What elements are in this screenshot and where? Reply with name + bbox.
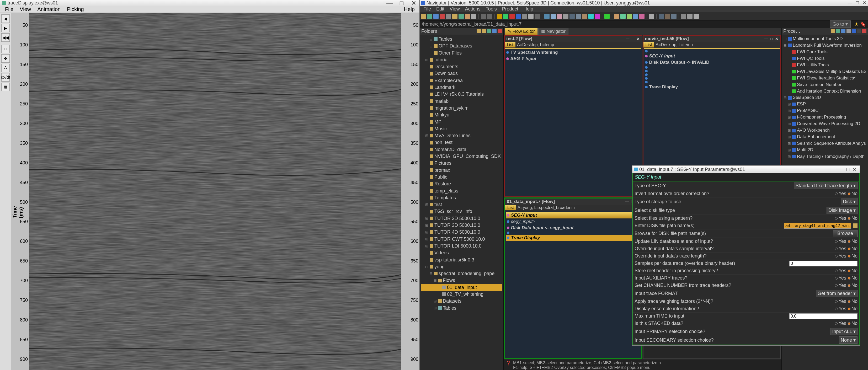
radio-yes[interactable]: Yes	[835, 191, 846, 196]
flow-item[interactable]	[644, 80, 780, 84]
toolbar-icon-36[interactable]	[633, 13, 638, 19]
radio-no[interactable]: No	[848, 239, 858, 244]
toolbar-icon-4[interactable]	[446, 13, 451, 19]
toolbar-icon-0[interactable]	[421, 13, 426, 19]
folder-item[interactable]: noh_test	[421, 139, 502, 146]
folder-item[interactable]: Pictures	[421, 160, 502, 166]
menu-product[interactable]: Product	[499, 6, 521, 12]
close-icon[interactable]: ✕	[636, 37, 640, 41]
process-item[interactable]: FWI JavaSeis Multiple Datasets Ex	[783, 68, 867, 75]
folder-item[interactable]: ⊞TUTOR 3D 5000.10.0	[421, 222, 502, 229]
proc-maximize-icon[interactable]	[857, 29, 861, 33]
flow-item[interactable]	[644, 76, 780, 80]
folder-item[interactable]: 01_data_input	[421, 284, 502, 291]
radio-no[interactable]: No	[848, 306, 858, 311]
process-item[interactable]: ⊞Data Enhancement	[783, 134, 867, 140]
process-item[interactable]: FWI Utility Tools	[783, 62, 867, 68]
folder-item[interactable]: MP	[421, 119, 502, 125]
toolbar-icon-5[interactable]	[452, 13, 458, 19]
radio-yes[interactable]: Yes	[835, 306, 846, 311]
radio-no[interactable]: No	[848, 246, 858, 251]
list-tab[interactable]: List	[505, 42, 516, 48]
flow-item[interactable]: SEG-Y Input	[505, 56, 641, 62]
flow-item[interactable]: Disk Data Output -> INVALID	[644, 59, 780, 66]
toolbar-icon-24[interactable]	[563, 13, 568, 19]
open-folder-icon[interactable]	[477, 29, 481, 33]
maximize-icon[interactable]: □	[769, 37, 774, 41]
toolbar-icon-13[interactable]	[497, 13, 502, 19]
folder-item[interactable]: Videos	[421, 249, 502, 256]
proc-close-icon[interactable]	[862, 29, 866, 33]
process-item[interactable]: FWI QC Tools	[783, 55, 867, 62]
param-select[interactable]: Disk ▾	[841, 198, 858, 205]
folder-tree[interactable]: ⊞Tables⊞OPF Databases⊞Other Files⊞tutori…	[420, 35, 503, 370]
flow-item[interactable]: Trace Display	[644, 84, 780, 90]
toolbar-icon-28[interactable]	[588, 13, 594, 19]
process-item[interactable]: FWI Show Iteration Statistics*	[783, 75, 867, 82]
select-icon[interactable]: □	[1, 45, 10, 53]
radio-yes[interactable]: Yes	[835, 253, 846, 259]
process-item[interactable]: Add Iteration Context Dimension	[783, 88, 867, 95]
folder-item[interactable]: vsp-tutorialsr5k.0.3	[421, 256, 502, 263]
flow-item[interactable]	[644, 69, 780, 73]
minimize-icon[interactable]: —	[626, 37, 630, 41]
minimize-button[interactable]: —	[385, 0, 394, 7]
delete-icon[interactable]	[498, 29, 502, 33]
radio-no[interactable]: No	[848, 253, 858, 259]
folder-item[interactable]: Music	[421, 125, 502, 132]
param-input[interactable]	[789, 313, 858, 319]
folder-item[interactable]: ⊞TUTOR 4D 5000.10.0	[421, 229, 502, 236]
dialog-minimize-button[interactable]: —	[837, 167, 845, 172]
list-tab[interactable]: List	[644, 42, 654, 48]
process-item[interactable]: ⊞Multi 2D	[783, 147, 867, 153]
menu-help[interactable]: Help	[521, 6, 536, 12]
param-button[interactable]: Browse	[833, 230, 858, 237]
favorite-icon[interactable]: ★	[855, 21, 859, 27]
folder-item[interactable]: ⊞OPF Databases	[421, 42, 502, 49]
menu-view[interactable]: View	[17, 6, 34, 13]
radio-no[interactable]: No	[848, 275, 858, 281]
radio-yes[interactable]: Yes	[835, 246, 846, 251]
param-input[interactable]	[789, 261, 858, 267]
dialog-maximize-button[interactable]: □	[845, 167, 851, 172]
process-item[interactable]: ⊞f-Component Processing	[783, 114, 867, 121]
toolbar-icon-31[interactable]	[604, 13, 610, 19]
menu-actions[interactable]: Actions	[462, 6, 483, 12]
folder-item[interactable]: ⊞TUTOR 2D 5000.10.0	[421, 215, 502, 222]
folder-item[interactable]: Templates	[421, 194, 502, 201]
toolbar-icon-35[interactable]	[627, 13, 632, 19]
radio-yes[interactable]: Yes	[835, 321, 846, 326]
minimize-icon[interactable]: —	[764, 37, 768, 41]
crosshair-icon[interactable]: ✥	[1, 54, 10, 63]
proc-icon-3[interactable]	[841, 29, 845, 33]
close-button[interactable]: ✕	[863, 0, 866, 6]
folder-item[interactable]: Norsar2D_data	[421, 146, 502, 153]
toolbar-icon-43[interactable]	[671, 13, 677, 19]
process-item[interactable]: Save Iteration Number	[783, 82, 867, 88]
folder-item[interactable]: Minkyu	[421, 112, 502, 118]
process-item[interactable]: ⊟Landmark Full Waveform Inversion	[783, 42, 867, 49]
flow-item[interactable]: SEG-Y Input	[644, 53, 780, 59]
close-icon[interactable]: ✕	[775, 37, 779, 41]
folder-item[interactable]: ⊞Tables	[421, 36, 502, 42]
seismic-display[interactable]	[29, 13, 401, 370]
toolbar-icon-37[interactable]	[639, 13, 645, 19]
proc-icon-2[interactable]	[836, 29, 840, 33]
text-icon[interactable]: A	[1, 64, 10, 72]
folder-item[interactable]: ⊟spectral_broadening_pape	[421, 270, 502, 277]
menu-help[interactable]: Help	[401, 6, 418, 13]
radio-no[interactable]: No	[848, 283, 858, 288]
process-item[interactable]: ⊞ProMAGIC	[783, 107, 867, 114]
flow-item[interactable]: Trace Display	[506, 235, 641, 241]
radio-no[interactable]: No	[848, 216, 858, 221]
menu-file[interactable]: File	[2, 6, 17, 13]
toolbar-icon-15[interactable]	[509, 13, 515, 19]
maximize-icon[interactable]: □	[631, 37, 635, 41]
proc-icon-1[interactable]	[831, 29, 835, 33]
toolbar-icon-16[interactable]	[516, 13, 521, 19]
maximize-button[interactable]: □	[856, 0, 859, 6]
process-item[interactable]: ⊞ESP	[783, 101, 867, 107]
folder-item[interactable]: 02_TV_whitening	[421, 291, 502, 298]
toolbar-icon-34[interactable]	[620, 13, 626, 19]
folder-item[interactable]: ⊞MVA Demo Lines	[421, 132, 502, 139]
